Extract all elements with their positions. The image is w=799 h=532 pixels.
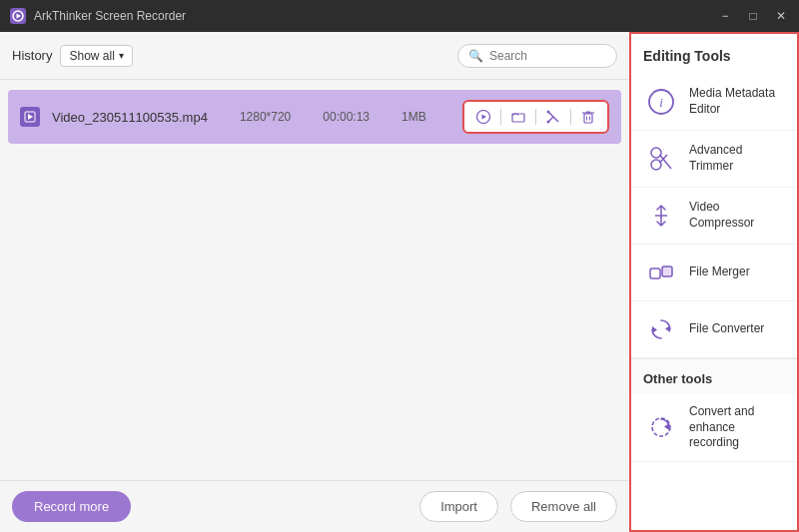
file-duration: 00:00:13	[323, 110, 370, 124]
svg-marker-1	[17, 14, 22, 19]
video-compressor-tool[interactable]: Video Compressor	[631, 188, 797, 245]
file-type-icon	[20, 107, 40, 127]
chevron-down-icon: ▾	[119, 50, 124, 61]
right-panel: Editing Tools i Media Metadata Editor	[629, 32, 799, 532]
maximize-button[interactable]: □	[745, 10, 761, 22]
svg-text:i: i	[659, 95, 663, 110]
svg-marker-25	[665, 325, 670, 332]
toolbar: History Show all ▾ 🔍	[0, 32, 629, 80]
svg-rect-13	[586, 112, 590, 114]
svg-marker-5	[482, 115, 487, 120]
file-size: 1MB	[401, 110, 426, 124]
svg-rect-23	[650, 268, 660, 278]
window-controls[interactable]: − □ ✕	[717, 10, 789, 22]
convert-enhance-label: Convert and enhance recording	[689, 404, 785, 451]
action-divider	[500, 109, 501, 125]
file-name: Video_230511100535.mp4	[52, 110, 208, 125]
title-bar: ArkThinker Screen Recorder − □ ✕	[0, 0, 799, 32]
play-button[interactable]	[472, 106, 494, 128]
file-merger-label: File Merger	[689, 265, 750, 280]
convert-enhance-tool[interactable]: Convert and enhance recording	[631, 394, 797, 462]
file-converter-tool[interactable]: File Converter	[631, 301, 797, 358]
app-icon	[10, 8, 26, 24]
video-compressor-label: Video Compressor	[689, 200, 785, 231]
action-divider-3	[570, 109, 571, 125]
title-bar-left: ArkThinker Screen Recorder	[10, 8, 186, 24]
advanced-trimmer-label: Advanced Trimmer	[689, 143, 785, 174]
advanced-trimmer-tool[interactable]: Advanced Trimmer	[631, 131, 797, 188]
media-metadata-editor-tool[interactable]: i Media Metadata Editor	[631, 74, 797, 131]
show-all-dropdown[interactable]: Show all ▾	[60, 45, 132, 67]
trim-button[interactable]	[542, 106, 564, 128]
search-input[interactable]	[489, 49, 606, 63]
delete-button[interactable]	[577, 106, 599, 128]
svg-marker-28	[664, 423, 669, 430]
app-title: ArkThinker Screen Recorder	[34, 9, 186, 23]
minimize-button[interactable]: −	[717, 10, 733, 22]
editing-tools-title: Editing Tools	[631, 34, 797, 74]
advanced-trimmer-icon	[643, 141, 679, 177]
file-resolution: 1280*720	[240, 110, 291, 124]
svg-point-9	[547, 111, 550, 114]
table-row: Video_230511100535.mp4 1280*720 00:00:13…	[8, 90, 621, 144]
folder-button[interactable]	[507, 106, 529, 128]
left-panel: History Show all ▾ 🔍 Video_230511100535.…	[0, 32, 629, 532]
record-more-button[interactable]: Record more	[12, 491, 131, 522]
svg-point-18	[651, 148, 661, 158]
file-converter-icon	[643, 311, 679, 347]
file-merger-icon	[643, 255, 679, 290]
other-tools-title: Other tools	[631, 358, 797, 394]
svg-point-19	[651, 160, 661, 170]
main-area: History Show all ▾ 🔍 Video_230511100535.…	[0, 32, 799, 532]
search-icon: 🔍	[468, 49, 483, 63]
file-list: Video_230511100535.mp4 1280*720 00:00:13…	[0, 80, 629, 480]
import-button[interactable]: Import	[419, 491, 498, 522]
file-converter-label: File Converter	[689, 321, 764, 337]
svg-marker-26	[652, 326, 657, 333]
bottom-bar: Record more Import Remove all	[0, 480, 629, 532]
history-label: History	[12, 48, 52, 63]
svg-point-10	[547, 121, 550, 124]
svg-rect-11	[584, 114, 592, 123]
close-button[interactable]: ✕	[773, 10, 789, 22]
media-metadata-label: Media Metadata Editor	[689, 86, 785, 117]
show-all-label: Show all	[69, 49, 114, 63]
svg-rect-24	[662, 266, 672, 276]
remove-all-button[interactable]: Remove all	[510, 491, 617, 522]
media-metadata-icon: i	[643, 84, 679, 120]
convert-enhance-icon	[643, 409, 679, 445]
action-divider-2	[535, 109, 536, 125]
svg-marker-3	[28, 114, 33, 120]
search-box[interactable]: 🔍	[457, 44, 617, 68]
video-compressor-icon	[643, 198, 679, 234]
file-merger-tool[interactable]: File Merger	[631, 245, 797, 301]
file-actions	[462, 100, 609, 134]
